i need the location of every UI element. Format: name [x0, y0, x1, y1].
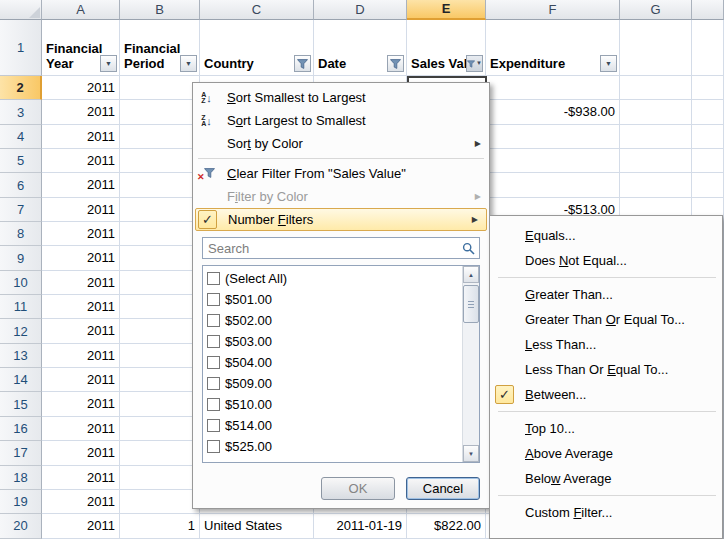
cell-A13[interactable]: 2011: [42, 344, 120, 368]
cell-A9[interactable]: 2011: [42, 246, 120, 270]
row-header-3[interactable]: 3: [0, 100, 42, 124]
filter-button-C[interactable]: [294, 55, 311, 72]
checkbox[interactable]: [207, 377, 220, 390]
cell-A19[interactable]: 2011: [42, 490, 120, 514]
column-header-B[interactable]: B: [120, 0, 200, 20]
submenu-item-custom-filter[interactable]: Custom Filter...: [490, 500, 722, 525]
cell-B12[interactable]: [120, 319, 200, 343]
cell-B2[interactable]: [120, 76, 200, 100]
column-header-C[interactable]: C: [200, 0, 314, 20]
row-header-19[interactable]: 19: [0, 490, 42, 514]
row-header-4[interactable]: 4: [0, 125, 42, 149]
cell-A10[interactable]: 2011: [42, 271, 120, 295]
menu-item-sort-largest-to-smallest[interactable]: ZA↓Sort Largest to Smallest: [193, 109, 489, 132]
cell-B13[interactable]: [120, 344, 200, 368]
cell-x4[interactable]: [692, 125, 724, 149]
submenu-item-does-not-equal[interactable]: Does Not Equal...: [490, 248, 722, 273]
scrollbar[interactable]: ▲ ▼: [462, 266, 479, 462]
cell-A15[interactable]: 2011: [42, 392, 120, 416]
menu-item-sort-by-color[interactable]: Sort by Color▶: [193, 132, 489, 155]
ok-button[interactable]: OK: [321, 477, 395, 500]
submenu-item-between[interactable]: ✓Between...: [490, 382, 722, 407]
filter-button-B[interactable]: ▼: [180, 55, 197, 72]
submenu-item-top-10[interactable]: Top 10...: [490, 416, 722, 441]
row-header-18[interactable]: 18: [0, 466, 42, 490]
header-cell-D[interactable]: Date: [314, 20, 407, 76]
row-header-15[interactable]: 15: [0, 392, 42, 416]
cell-E20[interactable]: $822.00: [407, 514, 486, 538]
row-header-17[interactable]: 17: [0, 441, 42, 465]
cell-D20[interactable]: 2011-01-19: [314, 514, 407, 538]
scrollbar-thumb[interactable]: [463, 285, 479, 323]
cell-F6[interactable]: [486, 173, 620, 197]
filter-value-item[interactable]: $502.00: [207, 310, 462, 331]
submenu-item-equals[interactable]: Equals...: [490, 223, 722, 248]
column-header-G[interactable]: G: [620, 0, 692, 20]
row-header-7[interactable]: 7: [0, 198, 42, 222]
cell-F2[interactable]: [486, 76, 620, 100]
cell-G3[interactable]: [620, 100, 692, 124]
cancel-button[interactable]: Cancel: [406, 477, 480, 500]
filter-value-item[interactable]: $503.00: [207, 331, 462, 352]
menu-item-clear-filter-from-sales-value[interactable]: ✕Clear Filter From "Sales Value": [193, 162, 489, 185]
cell-B17[interactable]: [120, 441, 200, 465]
cell-G4[interactable]: [620, 125, 692, 149]
filter-value-item[interactable]: $504.00: [207, 352, 462, 373]
column-header-A[interactable]: A: [42, 0, 120, 20]
row-header-1[interactable]: 1: [0, 20, 42, 76]
row-header-5[interactable]: 5: [0, 149, 42, 173]
row-header-20[interactable]: 20: [0, 514, 42, 538]
checkbox[interactable]: [207, 356, 220, 369]
cell-A12[interactable]: 2011: [42, 319, 120, 343]
header-cell-E[interactable]: Sales Value▼: [407, 20, 486, 76]
scroll-down-button[interactable]: ▼: [463, 445, 479, 462]
cell-F3[interactable]: -$938.00: [486, 100, 620, 124]
row-header-2[interactable]: 2: [0, 76, 42, 100]
filter-button-A[interactable]: ▼: [100, 55, 117, 72]
filter-button-F[interactable]: ▼: [600, 55, 617, 72]
cell-B3[interactable]: [120, 100, 200, 124]
row-header-16[interactable]: 16: [0, 417, 42, 441]
cell-B14[interactable]: [120, 368, 200, 392]
cell-A11[interactable]: 2011: [42, 295, 120, 319]
search-icon[interactable]: [458, 239, 478, 257]
row-header-6[interactable]: 6: [0, 173, 42, 197]
submenu-item-greater-than-or-equal-to[interactable]: Greater Than Or Equal To...: [490, 307, 722, 332]
cell-A20[interactable]: 2011: [42, 514, 120, 538]
cell-G2[interactable]: [620, 76, 692, 100]
cell-G5[interactable]: [620, 149, 692, 173]
row-header-12[interactable]: 12: [0, 319, 42, 343]
cell-B19[interactable]: [120, 490, 200, 514]
cell-B6[interactable]: [120, 173, 200, 197]
row-header-8[interactable]: 8: [0, 222, 42, 246]
checkbox[interactable]: [207, 272, 220, 285]
filter-value-item[interactable]: $525.00: [207, 436, 462, 457]
cell-A3[interactable]: 2011: [42, 100, 120, 124]
submenu-item-below-average[interactable]: Below Average: [490, 466, 722, 491]
cell-B15[interactable]: [120, 392, 200, 416]
cell-A14[interactable]: 2011: [42, 368, 120, 392]
filter-value-item[interactable]: $501.00: [207, 289, 462, 310]
search-input[interactable]: [202, 237, 480, 259]
cell-G6[interactable]: [620, 173, 692, 197]
filter-value-item[interactable]: $509.00: [207, 373, 462, 394]
row-header-10[interactable]: 10: [0, 271, 42, 295]
cell-B4[interactable]: [120, 125, 200, 149]
cell-B16[interactable]: [120, 417, 200, 441]
cell-A17[interactable]: 2011: [42, 441, 120, 465]
cell-A2[interactable]: 2011: [42, 76, 120, 100]
cell-A7[interactable]: 2011: [42, 198, 120, 222]
column-header-F[interactable]: F: [486, 0, 620, 20]
header-cell-A[interactable]: Financial Year▼: [42, 20, 120, 76]
checkbox[interactable]: [207, 419, 220, 432]
checkbox[interactable]: [207, 398, 220, 411]
cell-A8[interactable]: 2011: [42, 222, 120, 246]
cell-B18[interactable]: [120, 466, 200, 490]
cell-B10[interactable]: [120, 271, 200, 295]
header-cell-B[interactable]: Financial Period▼: [120, 20, 200, 76]
cell-C20[interactable]: United States: [200, 514, 314, 538]
column-header-E[interactable]: E: [407, 0, 486, 20]
submenu-item-less-than[interactable]: Less Than...: [490, 332, 722, 357]
cell-F5[interactable]: [486, 149, 620, 173]
filter-value-item[interactable]: $514.00: [207, 415, 462, 436]
